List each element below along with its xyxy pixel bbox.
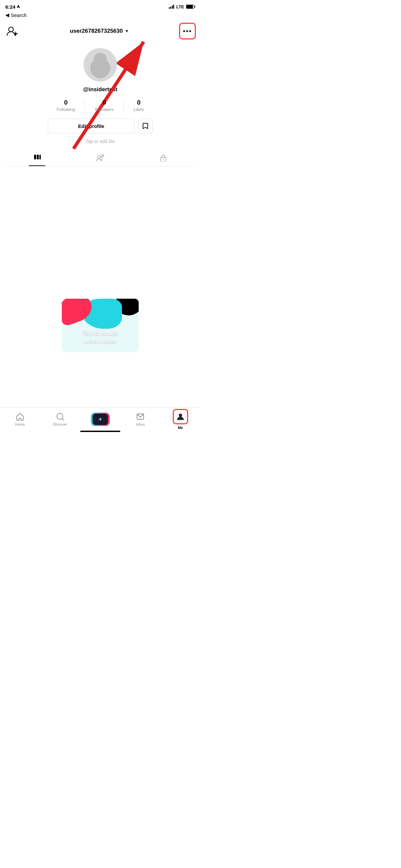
bio-placeholder[interactable]: Tap to add bio <box>86 138 115 144</box>
home-icon <box>16 412 24 421</box>
battery-icon <box>186 5 195 9</box>
top-nav: user2678267325630 ▼ ••• <box>0 21 201 41</box>
dropdown-arrow-icon: ▼ <box>125 29 129 33</box>
home-label: Home <box>15 422 25 426</box>
avatar <box>84 48 117 82</box>
profile-section: @insidertest 0 Following 0 Followers 0 L… <box>0 41 201 172</box>
status-time: 6:24 <box>5 4 20 10</box>
grid-icon <box>33 154 41 163</box>
add-friend-button[interactable] <box>5 24 20 38</box>
avatar-body <box>90 58 110 78</box>
nav-home[interactable]: Home <box>10 412 30 426</box>
likes-label: Likes <box>134 107 144 112</box>
nav-create[interactable]: + <box>90 413 110 426</box>
location-arrow-icon <box>17 5 20 9</box>
edit-profile-button[interactable]: Edit profile <box>48 119 135 133</box>
svg-line-15 <box>62 418 64 420</box>
more-options-button[interactable]: ••• <box>179 23 196 39</box>
likes-stat[interactable]: 0 Likes <box>124 99 154 112</box>
home-indicator <box>80 431 120 432</box>
bookmark-icon <box>142 122 149 130</box>
add-person-icon <box>6 25 18 37</box>
lock-icon <box>160 154 167 163</box>
following-stat[interactable]: 0 Following <box>47 99 85 112</box>
svg-line-10 <box>103 154 103 155</box>
status-bar: 6:24 LTE <box>0 0 201 12</box>
lte-icon: LTE <box>176 4 184 9</box>
likes-count: 0 <box>137 99 141 106</box>
search-back-row: ◀ Search <box>0 12 201 21</box>
tab-private[interactable] <box>132 151 195 166</box>
me-label: Me <box>178 426 183 430</box>
svg-point-14 <box>57 413 63 419</box>
create-video-card[interactable]: Tap to create a new video <box>62 299 139 352</box>
svg-point-13 <box>163 159 164 160</box>
svg-point-17 <box>179 414 182 417</box>
create-button[interactable]: + <box>91 413 110 426</box>
me-person-icon <box>177 413 184 421</box>
tab-friends-videos[interactable] <box>68 151 132 166</box>
svg-rect-5 <box>34 155 36 159</box>
bottom-nav: Home Discover + Inbox Me <box>0 407 201 434</box>
discover-icon <box>56 412 64 421</box>
create-card-section: Tap to create a new video <box>0 272 201 359</box>
friends-video-icon <box>96 154 104 163</box>
create-card-text: Tap to create a new video <box>62 330 139 345</box>
followers-stat[interactable]: 0 Followers <box>85 99 124 112</box>
svg-point-9 <box>100 155 103 157</box>
profile-handle: @insidertest <box>83 86 118 93</box>
profile-buttons-row: Edit profile <box>5 119 195 133</box>
back-search-button[interactable]: ◀ Search <box>5 12 27 18</box>
svg-point-8 <box>97 155 100 158</box>
inbox-icon <box>136 412 145 421</box>
content-tabs <box>5 151 195 166</box>
inbox-label: Inbox <box>136 422 145 426</box>
followers-count: 0 <box>102 99 106 106</box>
nav-inbox[interactable]: Inbox <box>130 412 150 426</box>
discover-label: Discover <box>53 422 67 426</box>
plus-icon: + <box>98 416 102 423</box>
tab-videos[interactable] <box>5 151 68 166</box>
status-icons: LTE <box>169 4 195 9</box>
following-count: 0 <box>64 99 68 106</box>
svg-point-0 <box>9 27 13 32</box>
nav-discover[interactable]: Discover <box>50 412 70 426</box>
back-arrow-icon: ◀ <box>5 12 9 18</box>
stats-row: 0 Following 0 Followers 0 Likes <box>5 99 195 112</box>
username-dropdown[interactable]: user2678267325630 ▼ <box>70 28 129 34</box>
signal-icon <box>169 5 175 9</box>
me-icon-wrapper <box>173 409 188 424</box>
following-label: Following <box>57 107 75 112</box>
svg-rect-7 <box>39 155 41 159</box>
nav-me[interactable]: Me <box>171 409 190 430</box>
svg-rect-6 <box>37 155 39 159</box>
blob-pink2 <box>65 305 82 319</box>
bookmark-button[interactable] <box>138 119 153 133</box>
followers-label: Followers <box>95 107 114 112</box>
content-area <box>0 172 201 272</box>
more-dots-icon: ••• <box>183 27 192 35</box>
